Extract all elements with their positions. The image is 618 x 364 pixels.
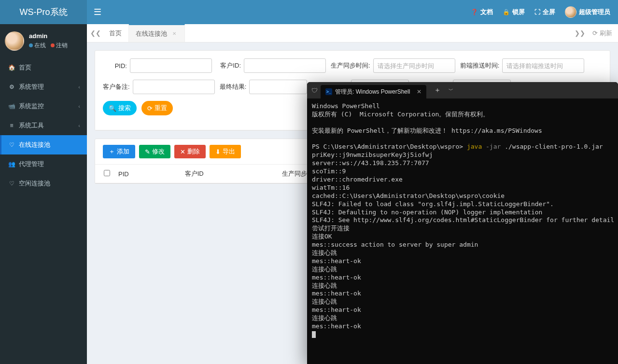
- username: admin: [29, 32, 68, 40]
- nav-item[interactable]: 👥代理管理: [0, 154, 87, 174]
- top-header: WS-Pro系统 ☰ ❓文档 🔒锁屏 ⛶全屏 超级管理员: [0, 0, 618, 24]
- lock-link[interactable]: 🔒锁屏: [503, 8, 525, 16]
- terminal-title: 管理员: Windows PowerShell: [335, 88, 410, 96]
- user-panel: admin 在线 注销: [0, 24, 87, 58]
- help-icon: ❓: [471, 9, 478, 15]
- nav-label: 系统监控: [19, 102, 44, 111]
- nav-icon: ≡: [8, 122, 15, 129]
- col-custid[interactable]: 客户ID: [181, 165, 278, 183]
- nav-item[interactable]: 🏠首页: [0, 58, 87, 77]
- logout-link[interactable]: 注销: [47, 42, 68, 49]
- nav-icon: ♡: [8, 180, 15, 187]
- chevron-left-icon: ‹: [78, 123, 80, 128]
- terminal-tab[interactable]: >_ 管理员: Windows PowerShell ✕: [321, 85, 426, 98]
- edit-button[interactable]: ✎ 修改: [139, 145, 170, 158]
- remark-input[interactable]: [133, 80, 215, 94]
- tab-scroll-left[interactable]: ❮❮: [89, 24, 102, 42]
- select-all-checkbox[interactable]: [104, 170, 110, 176]
- nav-label: 系统工具: [19, 121, 44, 130]
- logout-dot-icon: [51, 43, 55, 47]
- chevron-left-icon: ‹: [78, 84, 80, 90]
- nav-item[interactable]: ⚙系统管理‹: [0, 77, 87, 97]
- add-button[interactable]: ＋添加: [103, 145, 135, 158]
- brand[interactable]: WS-Pro系统: [0, 0, 87, 24]
- nav-icon: ⚙: [8, 84, 15, 90]
- reset-button[interactable]: ⟳ 重置: [141, 101, 173, 115]
- pid-label: PID:: [103, 62, 127, 70]
- nav-icon: 👥: [8, 161, 15, 168]
- custid-label: 客户ID:: [217, 61, 241, 70]
- delete-button[interactable]: ✕ 删除: [174, 145, 206, 158]
- nav-label: 代理管理: [19, 160, 44, 168]
- col-pid[interactable]: PID: [114, 165, 181, 183]
- synctime-label: 生产同步时间:: [331, 61, 370, 70]
- terminal-titlebar[interactable]: 🛡 >_ 管理员: Windows PowerShell ✕ ＋ ﹀: [307, 82, 618, 98]
- pid-input[interactable]: [130, 58, 212, 73]
- chevron-left-icon: ‹: [78, 103, 80, 109]
- nav-label: 空闲连接池: [19, 179, 50, 188]
- powershell-icon: >_: [325, 88, 332, 95]
- pushtime-input[interactable]: [502, 58, 584, 73]
- tab-dropdown[interactable]: ﹀: [449, 87, 453, 94]
- nav-list: 🏠首页⚙系统管理‹📹系统监控‹≡系统工具‹♡在线连接池👥代理管理♡空闲连接池: [0, 58, 87, 193]
- export-button[interactable]: ⬇ 导出: [210, 145, 241, 158]
- synctime-input[interactable]: [373, 58, 455, 73]
- status-dot-icon: [29, 43, 33, 47]
- tab-bar: ❮❮ 首页 在线连接池 ✕ ❯❯ ⟳ 刷新: [87, 24, 618, 42]
- fullscreen-link[interactable]: ⛶全屏: [534, 8, 555, 16]
- status-online: 在线: [29, 42, 46, 49]
- nav-label: 在线连接池: [19, 140, 50, 149]
- docs-link[interactable]: ❓文档: [471, 8, 493, 16]
- nav-item[interactable]: 📹系统监控‹: [0, 97, 87, 116]
- nav-item[interactable]: ≡系统工具‹: [0, 116, 87, 135]
- custid-input[interactable]: [244, 58, 326, 73]
- nav-label: 首页: [19, 63, 31, 72]
- result-input[interactable]: [249, 80, 307, 94]
- tab-scroll-right[interactable]: ❯❯: [573, 29, 587, 37]
- sidebar: admin 在线 注销 🏠首页⚙系统管理‹📹系统监控‹≡系统工具‹♡在线连接池👥…: [0, 24, 87, 364]
- nav-icon: ♡: [8, 141, 15, 148]
- refresh-button[interactable]: ⟳ 刷新: [589, 29, 616, 38]
- tab-close-icon[interactable]: ✕: [417, 88, 421, 95]
- search-button[interactable]: 🔍 搜索: [103, 101, 137, 115]
- avatar-icon: [565, 6, 576, 18]
- nav-label: 系统管理: [19, 83, 44, 91]
- pushtime-label: 前端推送时间:: [460, 61, 500, 70]
- new-tab-button[interactable]: ＋: [429, 86, 446, 95]
- nav-icon: 🏠: [8, 64, 15, 71]
- nav-item[interactable]: ♡在线连接池: [0, 135, 87, 154]
- avatar-icon: [5, 31, 24, 51]
- terminal-window[interactable]: 🛡 >_ 管理员: Windows PowerShell ✕ ＋ ﹀ Windo…: [307, 82, 618, 364]
- shield-icon: 🛡: [311, 86, 318, 94]
- remark-label: 客户备注:: [103, 83, 130, 91]
- user-menu[interactable]: 超级管理员: [565, 6, 610, 18]
- lock-icon: 🔒: [503, 9, 510, 15]
- result-label: 最终结果:: [220, 83, 247, 91]
- terminal-body[interactable]: Windows PowerShell 版权所有 (C) Microsoft Co…: [307, 98, 618, 364]
- nav-item[interactable]: ♡空闲连接池: [0, 174, 87, 193]
- tab-online-pool[interactable]: 在线连接池 ✕: [129, 24, 185, 42]
- tab-home[interactable]: 首页: [102, 24, 129, 42]
- tab-close-icon[interactable]: ✕: [171, 30, 178, 37]
- nav-icon: 📹: [8, 103, 15, 110]
- sidebar-toggle[interactable]: ☰: [87, 7, 108, 17]
- expand-icon: ⛶: [534, 9, 540, 15]
